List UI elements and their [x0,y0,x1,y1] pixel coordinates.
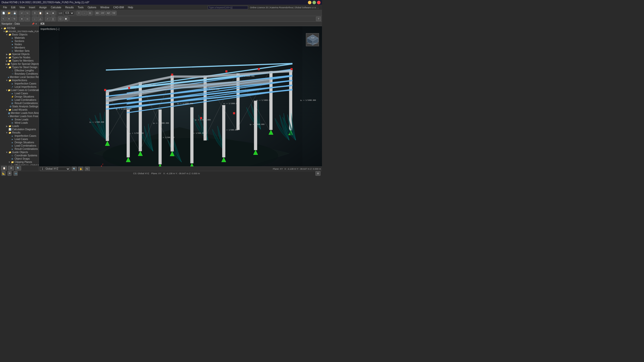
tree-effective-lengths[interactable]: ↕ Effective Lengths [0,69,39,72]
tree-load-wizards[interactable]: ▼ 📁 Load Wizards [0,108,39,111]
tree-special-objects[interactable]: ▶ 📁 Special Objects [0,53,39,56]
status-btn1[interactable]: 📐 [2,171,6,176]
tree-imperfections[interactable]: ▼ 📁 Imperfections [0,79,39,82]
member-button[interactable]: ═ [25,17,30,21]
menu-edit[interactable]: Edit [9,6,17,9]
select-button[interactable]: ↖ [1,17,6,21]
menu-file[interactable]: File [1,6,9,9]
view-xz-button[interactable]: XZ [106,11,111,15]
tree-object-snaps[interactable]: ⊕ Object Snaps [0,157,39,160]
menu-cadbim[interactable]: CAD-BIM [111,6,126,9]
tree-member-local-section[interactable]: ▸ Member Local Section Reductions [0,75,39,79]
open-button[interactable]: 📂 [7,11,12,15]
scene-3d[interactable]: q₀ = 1/500.000 q₀ = 1/500.000 q₀ = 1/500… [39,26,322,171]
tree-sections[interactable]: ▸ Sections [0,39,39,43]
tree-member-loads-area[interactable]: ▦ Member Loads from Area Load [0,111,39,115]
tree-rstab[interactable]: ▼ 📁 RSTAB [0,27,39,30]
tree-types-steel[interactable]: ▼ 📁 Types for Steel Design [0,66,39,69]
menu-options[interactable]: Options [86,6,98,9]
viewport[interactable]: IC6 Imperfections [--] [39,22,322,171]
tree-project[interactable]: ▼ 📁 001083_20170920-Halle_FUND Pro_ferti… [0,30,39,33]
copy-button[interactable]: ⎘ [32,11,37,15]
tree-types-members[interactable]: ▶ 📁 Types for Members [0,59,39,62]
stop-button[interactable]: ■ [51,11,56,15]
calc-button[interactable]: ∑ [51,17,56,21]
pan-btn[interactable]: ✋ [78,167,83,171]
tree-results-ds[interactable]: ▸ Design Situations [0,141,39,144]
nav-close-button[interactable]: ✕ [35,23,37,25]
nav-pin-button[interactable]: 📌 [32,23,34,25]
view-xy-button[interactable]: XY [100,11,105,15]
view-wireframe-button[interactable]: ⬡ [58,17,63,21]
tree-results-lc[interactable]: ▸ Load Cases [0,138,39,141]
nav-data-button[interactable]: 📋 [1,166,7,170]
tree-static-analysis[interactable]: ⚙ Static Analysis Settings [0,105,39,108]
tree-imperfection-cases[interactable]: ▸ Imperfection Cases [0,82,39,85]
menu-tools[interactable]: Tools [76,6,86,9]
minimize-button[interactable] [308,1,311,4]
coord-system-selector[interactable]: 1 - Global XYZ [40,167,70,171]
paste-button[interactable]: 📋 [38,11,43,15]
tree-member-sets[interactable]: ≡ Member Sets [0,49,39,53]
menu-help[interactable]: Help [126,6,135,9]
tree-coord-systems[interactable]: ⊹ Coordinate Systems [0,154,39,157]
tree-local-imperfections[interactable]: ↗ Local Imperfections [0,85,39,88]
tree-calc-diagrams[interactable]: 📊 Calculation Diagrams [0,128,39,131]
check-button[interactable]: ✓ [45,17,50,21]
nav-view-button[interactable]: 🔍 [15,166,21,170]
tree-types-nodes[interactable]: ▶ 📁 Types for Nodes [0,56,39,59]
tree-load-cases-combos[interactable]: ▼ 📁 Load Cases & Combinations [0,88,39,92]
tree-wind-loads[interactable]: ≋ Wind Loads [0,121,39,124]
tree-snow-loads[interactable]: ❄ Snow Loads [0,118,39,121]
tree-nodes[interactable]: ● Nodes [0,43,39,46]
redo-button[interactable]: ↪ [25,11,30,15]
tree-load-combos[interactable]: ⊕ Load Combinations [0,98,39,102]
tree-design-situations[interactable]: ⚡ Design Situations [0,95,39,98]
menu-view[interactable]: View [17,6,27,9]
undo-button[interactable]: ↩ [19,11,24,15]
tree-boundary[interactable]: ⊣ Boundary Conditions [0,72,39,75]
view-cube[interactable]: TOP FRONT RIGHT [306,33,319,46]
nav-display-button[interactable]: 👁 [8,166,14,170]
zoom-out-button[interactable]: - [82,11,87,15]
load-button[interactable]: ↓ [32,17,37,21]
maximize-button[interactable] [312,1,316,4]
tree-load-cases[interactable]: ▸ Load Cases [0,92,39,95]
search-input[interactable] [208,6,248,9]
tree-results-rc[interactable]: ▸ Result Combinations [0,147,39,151]
fit-button[interactable]: ⊡ [88,11,93,15]
move-button[interactable]: ✛ [7,17,12,21]
menu-window[interactable]: Window [98,6,111,9]
tree-results-imperf[interactable]: ▸ Imperfection Cases [0,134,39,138]
rotate-view-btn[interactable]: ↻ [85,167,90,171]
view-solid-button[interactable]: ⬢ [63,17,68,21]
tree-types-special[interactable]: ▶ 📁 Types for Special Objects [0,62,39,66]
view-3d-button[interactable]: 3D [95,11,100,15]
tree-materials[interactable]: ▸ Materials [0,36,39,39]
zoom-in-button[interactable]: + [76,11,82,15]
tree-loads[interactable]: ▶ 📁 Loads [0,124,39,128]
save-button[interactable]: 💾 [12,11,17,15]
menu-results[interactable]: Results [63,6,76,9]
tree-guide-objects[interactable]: ▼ 📁 Guide Objects [0,151,39,154]
close-button[interactable] [317,1,320,4]
node-button[interactable]: ● [19,17,24,21]
tree-members[interactable]: ━ Members [0,46,39,49]
menu-assign[interactable]: Assign [37,6,49,9]
support-button[interactable]: △ [38,17,43,21]
tree-clipping-planes[interactable]: ▼ 📁 Clipping Planes [0,160,39,164]
view-yz-button[interactable]: YZ [111,11,116,15]
rotate-button[interactable]: ↻ [12,17,17,21]
status-btn3[interactable]: 📹 [14,171,18,176]
tree-results[interactable]: ▼ 📁 Results [0,131,39,134]
status-settings-btn[interactable]: ⚙ [315,171,320,176]
tree-member-loads-free[interactable]: ≈ Member Loads from Free Line Load [0,115,39,118]
zoom-btn[interactable]: 🔍 [72,167,77,171]
new-button[interactable]: 📄 [1,11,6,15]
help-btn[interactable]: ? [316,17,321,21]
tree-results-lco[interactable]: ▸ Load Combinations [0,144,39,147]
render-button[interactable]: ▶ [45,11,50,15]
ic-selector[interactable]: IC6 [64,11,74,15]
tree-result-combos[interactable]: ⊞ Result Combinations [0,102,39,105]
status-btn2[interactable]: 👁 [8,171,12,176]
